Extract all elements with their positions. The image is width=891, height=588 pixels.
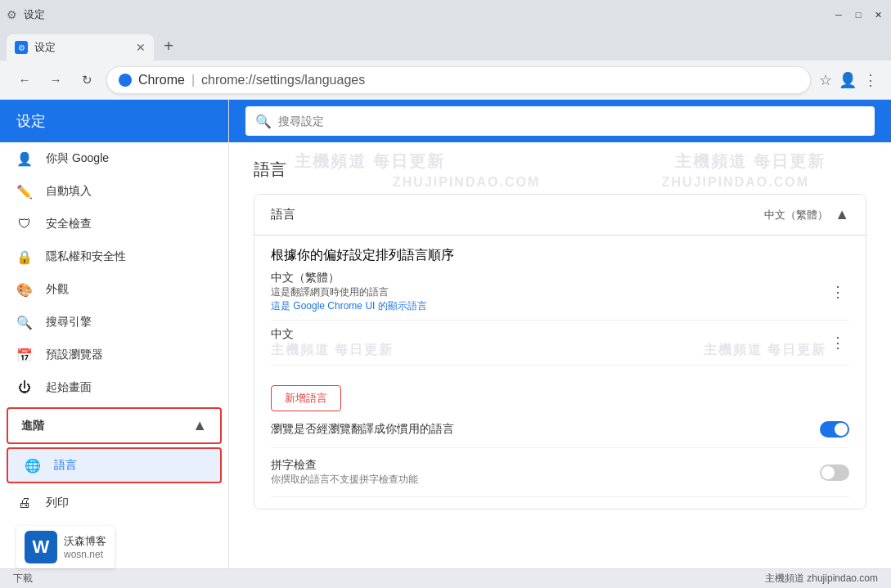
lang-desc-1: 這是翻譯網頁時使用的語言 [271, 285, 826, 299]
menu-icon[interactable]: ⋮ [863, 71, 878, 89]
bookmark-icon[interactable]: ☆ [819, 71, 832, 89]
sidebar-label-startup: 起始畫面 [46, 380, 92, 395]
spellcheck-setting-row: 拼字檢查 你撰取的語言不支援拼字檢查功能 [271, 448, 849, 497]
window-title: 设定 [24, 7, 45, 22]
bottom-right-text: 主機頻道 zhujipindao.com [765, 572, 878, 586]
logo-overlay: W 沃森博客 wosn.net [16, 526, 115, 568]
gear-icon: ⚙ [7, 8, 17, 21]
search-icon: 🔍 [16, 314, 33, 330]
maximize-button[interactable]: □ [852, 8, 865, 21]
watermark-inline-2: 主機頻道 每日更新 [704, 342, 826, 359]
new-tab-button[interactable]: + [157, 34, 180, 57]
lock-icon: 🔒 [16, 249, 33, 265]
main-content: 🔍 主機頻道 每日更新 ZHUJIPINDAO.COM 主機頻道 每日更新 ZH… [229, 100, 891, 588]
search-input[interactable] [278, 114, 865, 128]
url-brand: Chrome [138, 73, 185, 88]
sidebar-label-you-google: 你與 Google [46, 151, 109, 166]
sidebar-item-you-google[interactable]: 👤 你與 Google [0, 142, 228, 175]
sidebar-items: 👤 你與 Google ✏️ 自動填入 🛡 安全檢查 🔒 隱私權和安全性 🎨 外… [0, 142, 228, 588]
chevron-up-icon: ▲ [192, 417, 207, 434]
search-input-wrap[interactable]: 🔍 [245, 106, 875, 136]
reload-button[interactable]: ↻ [75, 69, 98, 92]
sidebar-label-advanced: 進階 [21, 419, 44, 433]
sidebar-item-privacy[interactable]: 🔒 隱私權和安全性 [0, 240, 228, 273]
bottom-left-text: 下載 [13, 572, 33, 586]
address-bar: ← → ↻ Chrome | chrome://settings/languag… [0, 61, 891, 100]
sidebar-label-print: 列印 [46, 496, 69, 510]
settings-search-bar: 🔍 [229, 100, 891, 142]
lang-info-2: 中文 主機頻道 每日更新 主機頻道 每日更新 [271, 327, 826, 358]
sidebar-item-safety[interactable]: 🛡 安全檢查 [0, 208, 228, 240]
sidebar-item-startup[interactable]: ⏻ 起始畫面 [0, 371, 228, 404]
minimize-button[interactable]: ─ [832, 8, 845, 21]
sidebar-title: 设定 [16, 111, 46, 131]
url-bar[interactable]: Chrome | chrome://settings/languages [106, 66, 811, 94]
sidebar-label-autofill: 自動填入 [46, 184, 92, 199]
power-icon: ⏻ [16, 379, 33, 396]
lang-row-2: 中文 主機頻道 每日更新 主機頻道 每日更新 ⋮ [271, 321, 849, 366]
content-body: 語言 語言 中文（繁體） ▲ 根據你的偏好設定排列語言順序 中文（繁體） [229, 142, 891, 542]
toggle-knob [835, 423, 848, 436]
lang-more-button-1[interactable]: ⋮ [826, 281, 849, 303]
autofill-icon: ✏️ [16, 183, 33, 200]
translate-setting-row: 瀏覽是否經瀏覽翻譯成你慣用的語言 [271, 411, 849, 448]
sidebar-header: 设定 [0, 100, 228, 142]
tab-bar: ⚙ 设定 ✕ + [0, 29, 891, 61]
search-magnifier-icon: 🔍 [255, 114, 272, 129]
header-right: 中文（繁體） ▲ [764, 206, 849, 223]
print-icon: 🖨 [16, 495, 33, 511]
tab-close-button[interactable]: ✕ [136, 41, 146, 54]
browser-body: 设定 👤 你與 Google ✏️ 自動填入 🛡 安全檢查 🔒 隱私權和安全性 … [0, 100, 891, 588]
sidebar-item-search[interactable]: 🔍 搜尋引擎 [0, 306, 228, 339]
bottom-bar: 下載 主機頻道 zhujipindao.com [0, 568, 891, 588]
spellcheck-label-wrap: 拼字檢查 你撰取的語言不支援拼字檢查功能 [271, 458, 418, 487]
spellcheck-sublabel: 你撰取的語言不支援拼字檢查功能 [271, 473, 418, 487]
translate-label-wrap: 瀏覽是否經瀏覽翻譯成你慣用的語言 [271, 422, 454, 437]
lang-name-1: 中文（繁體） [271, 271, 826, 285]
active-tab[interactable]: ⚙ 设定 ✕ [7, 34, 154, 61]
window-controls: ─ □ ✕ [832, 8, 884, 21]
palette-icon: 🎨 [16, 281, 33, 298]
lang-order-description: 根據你的偏好設定排列語言順序 [271, 247, 849, 264]
sidebar-item-print[interactable]: 🖨 列印 [0, 487, 228, 519]
sidebar-label-browser: 預設瀏覽器 [46, 348, 103, 362]
add-language-button[interactable]: 新增語言 [271, 385, 341, 411]
sidebar-label-appearance: 外觀 [46, 282, 69, 297]
sidebar-label-safety: 安全檢查 [46, 217, 92, 231]
sidebar-label-privacy: 隱私權和安全性 [46, 249, 126, 264]
sidebar-label-search: 搜尋引擎 [46, 315, 92, 330]
watermark-inline-1: 主機頻道 每日更新 [271, 342, 394, 359]
logo-name: 沃森博客 [64, 534, 106, 549]
spellcheck-toggle-knob [821, 466, 835, 479]
shield-icon: 🛡 [16, 216, 33, 232]
spellcheck-label: 拼字檢查 [271, 458, 418, 473]
sidebar-label-language: 語言 [54, 458, 77, 473]
lang-current-display: 中文（繁體） [764, 208, 828, 222]
sidebar-item-browser[interactable]: 📅 預設瀏覽器 [0, 339, 228, 371]
sidebar-item-advanced[interactable]: 進階 ▲ [8, 409, 220, 442]
address-bar-actions: ☆ 👤 ⋮ [819, 71, 878, 89]
logo-text-wrap: 沃森博客 wosn.net [64, 534, 106, 560]
sidebar-item-language[interactable]: 🌐 語言 [8, 449, 220, 482]
account-icon[interactable]: 👤 [839, 71, 857, 89]
language-section-title: 語言 [271, 207, 295, 222]
close-button[interactable]: ✕ [871, 8, 884, 21]
bottom-bar-right: 主機頻道 zhujipindao.com [765, 572, 878, 586]
back-button[interactable]: ← [13, 69, 36, 92]
lang-more-button-2[interactable]: ⋮ [826, 331, 849, 354]
secure-icon [119, 74, 132, 87]
spellcheck-toggle[interactable] [820, 465, 849, 481]
settings-icon: ⚙ [18, 43, 25, 52]
url-separator: | [191, 73, 195, 88]
translate-toggle[interactable] [820, 421, 849, 438]
sidebar-item-appearance[interactable]: 🎨 外觀 [0, 273, 228, 306]
globe-icon: 🌐 [25, 457, 41, 474]
logo-icon: W [25, 531, 57, 563]
forward-button[interactable]: → [44, 69, 67, 92]
add-lang-container: 新增語言 [271, 375, 849, 411]
title-bar: ⚙ 设定 ─ □ ✕ [0, 0, 891, 29]
sidebar-item-autofill[interactable]: ✏️ 自動填入 [0, 175, 228, 208]
chevron-up-button[interactable]: ▲ [835, 206, 849, 223]
logo-url: wosn.net [64, 549, 106, 560]
language-section-body: 根據你的偏好設定排列語言順序 中文（繁體） 這是翻譯網頁時使用的語言 這是 Go… [254, 236, 866, 509]
